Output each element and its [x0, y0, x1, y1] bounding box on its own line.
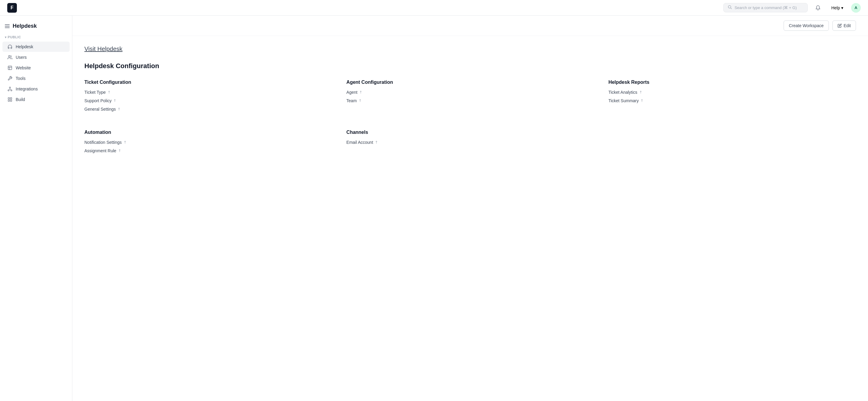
arrow-icon: ↗	[106, 90, 112, 95]
channels-title: Channels	[346, 130, 594, 135]
arrow-icon: ↗	[640, 98, 645, 103]
integrations-icon	[7, 86, 13, 92]
svg-rect-13	[10, 98, 12, 99]
email-account-link[interactable]: Email Account ↗	[346, 140, 594, 145]
svg-rect-12	[8, 98, 10, 99]
arrow-icon: ↗	[122, 140, 127, 145]
sidebar-item-build[interactable]: Build	[2, 94, 70, 104]
bell-icon	[815, 5, 821, 10]
svg-point-2	[8, 56, 10, 57]
arrow-icon: ↗	[638, 90, 643, 95]
users-icon	[7, 55, 13, 60]
config-grid-top: Ticket Configuration Ticket Type ↗ Suppo…	[84, 80, 856, 115]
create-workspace-button[interactable]: Create Workspace	[784, 21, 829, 31]
agent-config-section: Agent Configuration Agent ↗ Team ↗	[346, 80, 594, 115]
build-icon	[7, 97, 13, 102]
headset-icon	[7, 44, 13, 50]
ticket-summary-link[interactable]: Ticket Summary ↗	[609, 98, 856, 103]
sidebar-item-label: Helpdesk	[16, 44, 33, 49]
svg-line-10	[9, 89, 10, 90]
search-icon	[728, 5, 732, 10]
svg-line-1	[731, 8, 732, 9]
logo[interactable]: F	[7, 3, 17, 13]
empty-section	[609, 130, 856, 157]
support-policy-link[interactable]: Support Policy ↗	[84, 98, 332, 103]
sidebar-item-label: Website	[16, 65, 31, 70]
hamburger-icon[interactable]	[5, 24, 10, 28]
edit-button[interactable]: Edit	[832, 21, 856, 31]
notification-settings-link[interactable]: Notification Settings ↗	[84, 140, 332, 145]
topbar: F Search or type a command (⌘ + G) Help …	[0, 0, 868, 16]
help-label: Help	[831, 5, 840, 10]
arrow-icon: ↗	[117, 107, 122, 112]
chevron-down-icon: ▾	[841, 5, 843, 10]
sidebar-title: Helpdesk	[13, 23, 37, 29]
svg-rect-3	[8, 66, 12, 70]
helpdesk-reports-section: Helpdesk Reports Ticket Analytics ↗ Tick…	[609, 80, 856, 115]
sidebar-section-label: ▾ PUBLIC	[0, 34, 72, 41]
edit-label: Edit	[844, 23, 851, 28]
agent-link[interactable]: Agent ↗	[346, 90, 594, 95]
edit-icon	[838, 24, 842, 28]
content-header: Create Workspace Edit	[72, 16, 868, 36]
sidebar-item-label: Users	[16, 55, 27, 60]
sidebar-item-users[interactable]: Users	[2, 52, 70, 62]
avatar[interactable]: A	[851, 3, 861, 13]
sidebar-item-tools[interactable]: Tools	[2, 73, 70, 84]
sidebar-item-website[interactable]: Website	[2, 63, 70, 73]
svg-rect-15	[8, 100, 10, 101]
svg-rect-14	[10, 100, 12, 101]
ticket-analytics-link[interactable]: Ticket Analytics ↗	[609, 90, 856, 95]
help-button[interactable]: Help ▾	[828, 4, 846, 12]
arrow-icon: ↗	[117, 148, 122, 153]
arrow-icon: ↗	[358, 90, 363, 95]
sidebar-item-label: Build	[16, 97, 25, 102]
search-bar[interactable]: Search or type a command (⌘ + G)	[723, 3, 808, 12]
topbar-left: F	[7, 3, 17, 13]
content-main: Visit Helpdesk Helpdesk Configuration Ti…	[72, 36, 868, 166]
team-link[interactable]: Team ↗	[346, 98, 594, 103]
content-area: Create Workspace Edit Visit Helpdesk Hel…	[72, 16, 868, 401]
automation-title: Automation	[84, 130, 332, 135]
sidebar-item-label: Tools	[16, 76, 26, 81]
assignment-rule-link[interactable]: Assignment Rule ↗	[84, 148, 332, 153]
sidebar-item-integrations[interactable]: Integrations	[2, 84, 70, 94]
channels-section: Channels Email Account ↗	[346, 130, 594, 157]
main-layout: Helpdesk ▾ PUBLIC Helpdesk	[0, 0, 868, 401]
arrow-icon: ↗	[358, 98, 363, 103]
ticket-config-section: Ticket Configuration Ticket Type ↗ Suppo…	[84, 80, 332, 115]
ticket-type-link[interactable]: Ticket Type ↗	[84, 90, 332, 95]
svg-line-11	[10, 89, 11, 90]
search-placeholder: Search or type a command (⌘ + G)	[735, 5, 797, 10]
automation-section: Automation Notification Settings ↗ Assig…	[84, 130, 332, 157]
arrow-icon: ↗	[113, 98, 118, 103]
config-title: Helpdesk Configuration	[84, 62, 856, 70]
agent-config-title: Agent Configuration	[346, 80, 594, 85]
config-grid-bottom: Automation Notification Settings ↗ Assig…	[84, 130, 856, 157]
tools-icon	[7, 76, 13, 81]
ticket-config-title: Ticket Configuration	[84, 80, 332, 85]
visit-helpdesk-link[interactable]: Visit Helpdesk	[84, 45, 122, 53]
chevron-icon: ▾	[5, 36, 7, 39]
layout-icon	[7, 65, 13, 70]
topbar-right: Search or type a command (⌘ + G) Help ▾ …	[723, 2, 861, 13]
sidebar-item-label: Integrations	[16, 87, 38, 91]
helpdesk-reports-title: Helpdesk Reports	[609, 80, 856, 85]
sidebar: Helpdesk ▾ PUBLIC Helpdesk	[0, 16, 72, 401]
arrow-icon: ↗	[374, 140, 379, 145]
notification-button[interactable]	[812, 2, 824, 13]
general-settings-link[interactable]: General Settings ↗	[84, 107, 332, 112]
sidebar-header: Helpdesk	[0, 21, 72, 34]
sidebar-item-helpdesk[interactable]: Helpdesk	[2, 41, 70, 52]
